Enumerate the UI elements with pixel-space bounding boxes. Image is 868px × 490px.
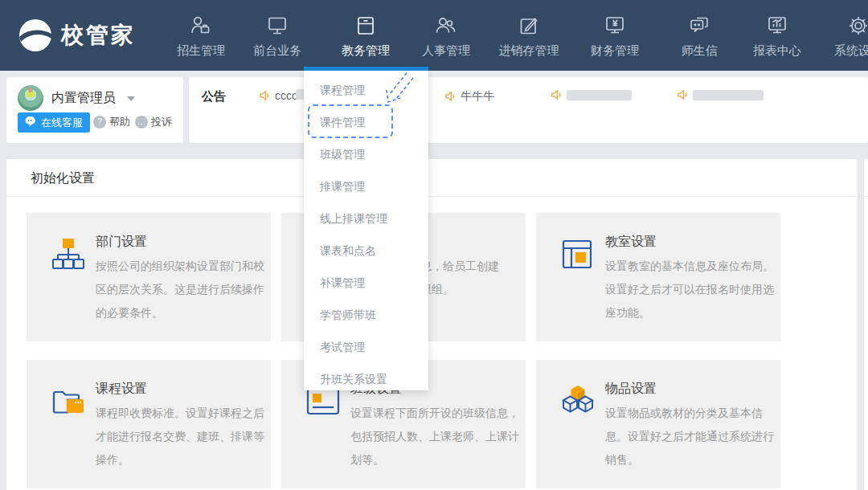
section-title: 初始化设置 bbox=[31, 170, 95, 187]
menu-item-course-management[interactable]: 课程管理 bbox=[304, 74, 428, 106]
announcement-bar: 公告 cccc 牛牛牛 bbox=[189, 77, 868, 143]
divider bbox=[864, 196, 868, 197]
finance-icon bbox=[604, 14, 626, 39]
menu-item-supervisor-class[interactable]: 学管师带班 bbox=[304, 299, 428, 331]
avatar[interactable] bbox=[18, 85, 43, 111]
academic-affairs-dropdown: 课程管理 课件管理 班级管理 排课管理 线上排课管理 课表和点名 补课管理 学管… bbox=[304, 71, 428, 390]
course-folder-icon bbox=[51, 384, 86, 419]
card-department-settings[interactable]: 部门设置 按照公司的组织架构设置部门和校区的层次关系。这是进行后续操作的必要条件… bbox=[27, 213, 271, 341]
question-mark-icon: ? bbox=[93, 116, 106, 129]
card-description: 设置物品或教材的分类及基本信息。设置好之后才能通过系统进行销售。 bbox=[605, 402, 777, 472]
user-panel: 内置管理员 在线客服 ? 帮助 … 投诉 bbox=[6, 77, 183, 143]
brand-logo-icon bbox=[18, 18, 53, 53]
announcement-item[interactable]: cccc bbox=[259, 89, 297, 102]
card-goods-settings[interactable]: 物品设置 设置物品或教材的分类及基本信息。设置好之后才能通过系统进行销售。 bbox=[536, 360, 780, 488]
announcement-item-redacted[interactable] bbox=[551, 89, 632, 100]
nav-item-finance[interactable]: 财务管理 bbox=[575, 14, 655, 59]
nav-item-system-settings[interactable]: 系统设置 bbox=[818, 14, 868, 59]
nav-item-admissions[interactable]: 招生管理 bbox=[161, 14, 241, 59]
nav-item-academic-affairs[interactable]: 教务管理 bbox=[326, 14, 406, 59]
announcement-item-redacted[interactable] bbox=[677, 89, 764, 100]
nav-label: 报表中心 bbox=[737, 43, 817, 59]
help-label: 帮助 bbox=[109, 115, 130, 129]
nav-item-hr[interactable]: 人事管理 bbox=[406, 14, 486, 59]
messages-icon bbox=[688, 14, 710, 39]
init-settings-panel: 初始化设置 部门设置 按照公司的组织架构设置部门和校区的层次关系。这是进行后续操… bbox=[6, 159, 858, 490]
card-title: 教室设置 bbox=[605, 234, 657, 251]
menu-item-scheduling-management[interactable]: 排课管理 bbox=[304, 170, 428, 202]
right-panel-edge bbox=[864, 159, 868, 490]
complaint-label: 投诉 bbox=[151, 115, 172, 129]
speaker-icon bbox=[259, 90, 271, 101]
online-service-label: 在线客服 bbox=[41, 116, 83, 130]
nav-label: 系统设置 bbox=[818, 43, 868, 59]
card-description: 设置教室的基本信息及座位布局。设置好之后才可以在报名时使用选座功能。 bbox=[605, 255, 777, 325]
nav-item-messages[interactable]: 师生信 bbox=[659, 14, 739, 59]
classroom-icon bbox=[560, 237, 596, 272]
settings-gear-icon bbox=[847, 14, 868, 39]
nav-label: 教务管理 bbox=[326, 43, 406, 59]
menu-item-class-management[interactable]: 班级管理 bbox=[304, 138, 428, 170]
menu-item-makeup-lessons[interactable]: 补课管理 bbox=[304, 267, 428, 299]
menu-item-courseware-management[interactable]: 课件管理 bbox=[304, 106, 428, 138]
brand-name: 校管家 bbox=[61, 20, 136, 51]
nav-label: 师生信 bbox=[659, 43, 739, 59]
redacted-text-block bbox=[693, 90, 764, 100]
card-description: 按照公司的组织架构设置部门和校区的层次关系。这是进行后续操作的必要条件。 bbox=[96, 255, 268, 325]
academic-affairs-icon bbox=[354, 14, 377, 39]
card-description: 课程即收费标准。设置好课程之后才能进行报名交费、建班、排课等操作。 bbox=[96, 402, 268, 472]
inventory-icon bbox=[518, 14, 540, 39]
nav-label: 招生管理 bbox=[161, 43, 241, 59]
card-title: 物品设置 bbox=[605, 381, 657, 398]
org-chart-icon bbox=[51, 237, 86, 272]
card-classroom-settings[interactable]: 教室设置 设置教室的基本信息及座位布局。设置好之后才可以在报名时使用选座功能。 bbox=[536, 213, 780, 341]
announcement-text: cccc bbox=[275, 89, 297, 102]
card-course-settings[interactable]: 课程设置 课程即收费标准。设置好课程之后才能进行报名交费、建班、排课等操作。 bbox=[27, 360, 271, 488]
admissions-icon bbox=[190, 14, 212, 39]
card-title: 课程设置 bbox=[96, 381, 147, 398]
help-button[interactable]: ? 帮助 bbox=[93, 115, 130, 129]
nav-label: 前台业务 bbox=[237, 43, 317, 59]
front-desk-icon bbox=[266, 14, 289, 39]
divider bbox=[6, 196, 858, 197]
top-navbar: 校管家 招生管理 前台业务 教务管理 bbox=[0, 0, 868, 71]
hr-icon bbox=[435, 14, 457, 39]
redacted-text-block bbox=[567, 90, 632, 100]
nav-label: 财务管理 bbox=[575, 43, 655, 59]
menu-item-timetable-rollcall[interactable]: 课表和点名 bbox=[304, 235, 428, 267]
announcement-item[interactable]: 牛牛牛 bbox=[444, 89, 494, 104]
nav-label: 进销存管理 bbox=[489, 43, 569, 59]
goods-cubes-icon bbox=[560, 384, 596, 419]
announcement-label: 公告 bbox=[202, 89, 226, 104]
ellipsis-icon: … bbox=[135, 116, 148, 129]
card-title: 部门设置 bbox=[96, 234, 147, 251]
chevron-down-icon[interactable] bbox=[127, 96, 135, 101]
announcement-text: 牛牛牛 bbox=[461, 89, 494, 104]
nav-label: 人事管理 bbox=[406, 43, 486, 59]
chat-bubble-icon bbox=[25, 116, 37, 129]
online-service-button[interactable]: 在线客服 bbox=[18, 112, 90, 133]
menu-item-promotion-relation[interactable]: 升班关系设置 bbox=[304, 363, 428, 395]
menu-item-exam-management[interactable]: 考试管理 bbox=[304, 331, 428, 363]
speaker-icon bbox=[677, 89, 689, 100]
nav-item-inventory[interactable]: 进销存管理 bbox=[489, 14, 569, 59]
complaint-button[interactable]: … 投诉 bbox=[135, 115, 172, 129]
card-description: 设置课程下面所开设的班级信息，包括预招人数、上课老师、上课计划等。 bbox=[350, 402, 522, 472]
reports-icon bbox=[766, 14, 788, 39]
speaker-icon bbox=[551, 89, 563, 100]
nav-item-front-desk[interactable]: 前台业务 bbox=[237, 14, 317, 59]
card-description-fragment: 息，给员工创建 限组。 bbox=[420, 255, 499, 301]
brand-logo[interactable]: 校管家 bbox=[18, 18, 136, 53]
menu-item-online-scheduling[interactable]: 线上排课管理 bbox=[304, 202, 428, 235]
speaker-icon bbox=[444, 91, 457, 102]
nav-item-reports[interactable]: 报表中心 bbox=[737, 14, 817, 59]
user-name[interactable]: 内置管理员 bbox=[51, 90, 116, 107]
